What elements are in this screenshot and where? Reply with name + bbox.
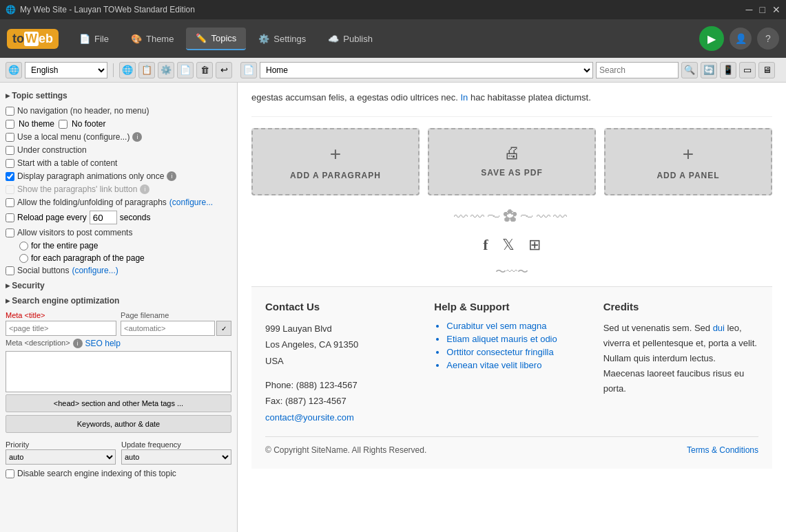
allow-comments-label: Allow visitors to post comments xyxy=(17,228,132,237)
footer-section: Contact Us 999 Lauyan Blvd Los Angeles, … xyxy=(251,286,772,469)
no-footer-checkbox[interactable] xyxy=(59,120,68,129)
highlight-in: In xyxy=(461,92,468,103)
paragraph-anim-checkbox[interactable] xyxy=(6,172,14,181)
local-menu-checkbox[interactable] xyxy=(6,133,14,142)
show-link-btn-info-icon: i xyxy=(140,184,149,194)
ornament-bottom: 〜〰〜 xyxy=(251,265,772,279)
allow-folding-checkbox[interactable] xyxy=(6,198,14,207)
update-freq-col: Update frequency auto xyxy=(121,440,231,465)
address-select[interactable]: Home xyxy=(260,62,593,78)
theme-icon: 🎨 xyxy=(131,34,142,44)
main-layout: Topic settings No navigation (no header,… xyxy=(0,83,786,532)
desktop-view-icon[interactable]: 🖥 xyxy=(758,62,775,78)
play-button[interactable]: ▶ xyxy=(699,26,724,51)
radio-entire-page[interactable] xyxy=(19,242,28,251)
titlebar-controls[interactable]: ─ □ ✕ xyxy=(746,4,780,15)
language-select[interactable]: English xyxy=(25,62,107,78)
keywords-button[interactable]: Keywords, author & date xyxy=(6,415,231,433)
page-filename-input[interactable] xyxy=(121,321,215,336)
help-link-1[interactable]: Curabitur vel sem magna xyxy=(446,321,589,331)
meta-desc-info-icon[interactable]: i xyxy=(73,339,83,348)
mobile-view-icon[interactable]: 📱 xyxy=(720,62,736,78)
table-of-content-row: Start with a table of content xyxy=(6,158,231,168)
menu-publish[interactable]: ☁️ Publish xyxy=(318,28,382,50)
globe2-icon[interactable]: 🌐 xyxy=(119,62,136,78)
meta-title-input[interactable] xyxy=(6,321,116,336)
refresh-icon[interactable]: 🔄 xyxy=(701,62,717,78)
titlebar-left: 🌐 My Web Site - Lauyan TOWeb Standard Ed… xyxy=(6,5,195,14)
credits-text: Sed ut venenatis sem. Sed dui leo, viver… xyxy=(603,321,758,396)
show-link-btn-checkbox xyxy=(6,185,14,194)
priority-select[interactable]: auto xyxy=(6,449,116,465)
add-paragraph-icon: + xyxy=(260,143,411,165)
table-of-content-checkbox[interactable] xyxy=(6,159,14,168)
local-menu-label: Use a local menu (configure...) xyxy=(17,132,130,142)
meta-section: Meta <title> Page filename ✓ Meta <descr… xyxy=(6,311,231,478)
account-button[interactable]: 👤 xyxy=(730,28,752,50)
help-link-2[interactable]: Etiam aliquet mauris et odio xyxy=(446,334,589,344)
menu-file[interactable]: 📄 File xyxy=(70,28,118,50)
menu-settings[interactable]: ⚙️ Settings xyxy=(249,28,316,50)
preview-intro: egestas accumsan felis, a egestas odio u… xyxy=(251,83,772,117)
help-link-4[interactable]: Aenean vitae velit libero xyxy=(446,360,589,370)
no-theme-checkbox[interactable] xyxy=(6,120,14,129)
radio-each-paragraph[interactable] xyxy=(19,254,28,263)
disable-seo-row: Disable search engine indexing of this t… xyxy=(6,469,231,478)
folding-configure-link[interactable]: (configure... xyxy=(169,198,213,207)
twitter-icon[interactable]: 𝕏 xyxy=(502,236,515,254)
under-construction-checkbox[interactable] xyxy=(6,146,14,155)
add-panel-button[interactable]: + ADD A PANEL xyxy=(604,128,772,195)
address-bar: 📄 Home 🔍 🔄 📱 ▭ 🖥 xyxy=(240,62,775,78)
search-icon[interactable]: 🔍 xyxy=(681,62,698,78)
social-buttons-checkbox[interactable] xyxy=(6,266,14,275)
delete-icon[interactable]: 🗑 xyxy=(196,62,213,78)
disable-seo-checkbox[interactable] xyxy=(6,469,14,478)
seo-help-link[interactable]: SEO help xyxy=(85,339,121,348)
page-icon: 📄 xyxy=(240,62,257,78)
no-footer-label: No footer xyxy=(72,119,105,129)
menu-theme[interactable]: 🎨 Theme xyxy=(121,28,183,50)
social-configure-link[interactable]: (configure...) xyxy=(72,266,118,275)
no-nav-checkbox[interactable] xyxy=(6,107,14,116)
paragraph-anim-info-icon[interactable]: i xyxy=(167,171,176,181)
radio-entire-page-label: for the entire page xyxy=(31,241,98,251)
no-theme-footer-row: No theme No footer xyxy=(6,119,231,129)
tablet-view-icon[interactable]: ▭ xyxy=(739,62,756,78)
meta-desc-textarea[interactable] xyxy=(6,351,231,392)
local-menu-info-icon[interactable]: i xyxy=(132,132,142,142)
priority-col: Priority auto xyxy=(6,440,116,465)
page-filename-ok-button[interactable]: ✓ xyxy=(216,321,231,336)
menu-settings-label: Settings xyxy=(273,34,306,44)
close-button[interactable]: ✕ xyxy=(772,4,780,15)
terms-link[interactable]: Terms & Conditions xyxy=(687,445,758,455)
minimize-button[interactable]: ─ xyxy=(746,4,753,15)
maximize-button[interactable]: □ xyxy=(760,4,765,15)
preview-content: egestas accumsan felis, a egestas odio u… xyxy=(238,83,786,482)
menu-topics-label: Topics xyxy=(211,33,236,43)
contact-col: Contact Us 999 Lauyan Blvd Los Angeles, … xyxy=(265,301,420,425)
search-input[interactable] xyxy=(596,62,679,78)
settings2-icon[interactable]: ⚙️ xyxy=(158,62,174,78)
globe-icon: 🌐 xyxy=(6,62,22,78)
help-button[interactable]: ? xyxy=(757,28,779,50)
facebook-icon[interactable]: f xyxy=(483,236,488,254)
priority-section: Priority auto Update frequency auto xyxy=(6,440,231,465)
duplicate-icon[interactable]: 📄 xyxy=(177,62,194,78)
back-icon[interactable]: ↩ xyxy=(216,62,232,78)
local-menu-row: Use a local menu (configure...) i xyxy=(6,132,231,142)
update-freq-select[interactable]: auto xyxy=(121,449,231,465)
reload-checkbox[interactable] xyxy=(6,213,14,222)
menu-topics[interactable]: ✏️ Topics xyxy=(186,28,246,50)
copy-icon[interactable]: 📋 xyxy=(138,62,155,78)
paragraph-anim-label: Display paragraph animations only once xyxy=(17,171,164,181)
file-icon: 📄 xyxy=(79,34,90,44)
reload-value-input[interactable] xyxy=(90,211,117,224)
help-link-3[interactable]: Orttitor consectetur fringilla xyxy=(446,347,589,357)
windows-icon[interactable]: ⊞ xyxy=(528,236,541,254)
head-section-button[interactable]: <head> section and other Meta tags ... xyxy=(6,394,231,412)
add-paragraph-button[interactable]: + ADD A PARAGRAPH xyxy=(251,128,420,195)
save-pdf-button[interactable]: 🖨 SAVE AS PDF xyxy=(428,128,596,195)
allow-comments-checkbox[interactable] xyxy=(6,228,14,237)
social-buttons-label: Social buttons xyxy=(17,266,69,275)
contact-email-link[interactable]: contact@yoursite.com xyxy=(265,412,354,423)
